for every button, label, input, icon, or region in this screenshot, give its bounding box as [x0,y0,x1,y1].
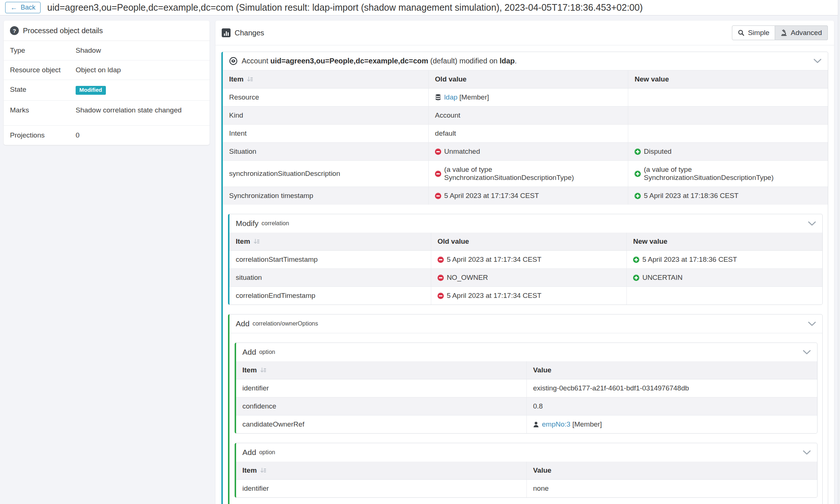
chevron-down-icon[interactable] [808,221,816,226]
page-title: uid=agreen3,ou=People,dc=example,dc=com … [47,2,643,13]
minus-circle-icon [438,293,444,299]
section-subtitle: option [259,349,275,355]
table-row: identifier existing-0ecb6177-a21f-4601-b… [236,379,817,397]
chevron-down-icon[interactable] [803,450,811,455]
table-row: Resource ldap [Member] [223,88,828,107]
account-resource-name: ldap [499,57,515,65]
column-header-value: Value [527,462,817,480]
old-value: Unmatched [444,147,480,156]
simple-mode-label: Simple [748,29,769,37]
advanced-mode-button[interactable]: Advanced [775,25,828,40]
add-option-header: Add option [236,443,817,462]
item-cell: identifier [236,379,527,397]
detail-label: Type [10,46,76,55]
view-mode-toggle: Simple Advanced [732,25,828,40]
value-cell: existing-0ecb6177-a21f-4601-bdf1-0314976… [527,379,817,397]
sort-icon[interactable] [247,76,253,82]
column-header-item: Item [229,233,431,251]
new-value: (a value of type SynchronizationSituatio… [644,166,822,182]
candidate-owner-link[interactable]: empNo:3 [542,420,570,428]
state-modified-badge: Modified [76,86,106,95]
sort-icon[interactable] [260,367,266,373]
table-row: Intent default [223,125,828,143]
database-icon [435,94,441,101]
section-title: Add [242,348,256,357]
changes-panel: Changes Simple [215,21,834,504]
account-change-section: Account uid=agreen3,ou=People,dc=example… [221,52,828,504]
back-button[interactable]: ← Back [5,2,41,13]
changes-title: Changes [235,29,264,37]
detail-label: Projections [10,131,76,139]
detail-row-marks: Marks Shadow correlation state changed [4,101,210,126]
processed-object-details-panel: ? Processed object details Type Shadow R… [4,21,210,145]
section-title: Modify [236,219,259,228]
shadow-eye-icon [229,57,238,65]
account-changes-table: Item Old value New value Resource ldap [… [223,70,828,205]
column-header-value: Value [527,361,817,379]
resource-link[interactable]: ldap [444,93,457,101]
table-row: confidence 0.8 [236,397,817,416]
old-value: 5 April 2023 at 17:17:34 CEST [444,192,539,200]
new-value: 5 April 2023 at 17:18:36 CEST [644,192,739,200]
new-value: UNCERTAIN [642,274,682,282]
back-arrow-icon: ← [10,4,17,11]
section-subtitle: option [259,449,275,456]
add-owner-options-section: Add correlation/ownerOptions Add option [228,314,823,504]
modify-correlation-header: Modify correlation [229,214,822,233]
item-cell: identifier [236,480,527,498]
detail-value: 0 [76,131,80,139]
table-row: synchronizationSituationDescription (a v… [223,161,828,187]
old-value: (a value of type SynchronizationSituatio… [444,166,622,182]
plus-circle-icon [635,149,641,155]
item-cell: candidateOwnerRef [236,416,527,434]
old-value-cell: Account [429,107,628,125]
modify-correlation-section: Modify correlation Item Old value [228,214,823,305]
detail-value: Shadow [76,46,101,55]
table-row: identifier none [236,480,817,498]
table-row: correlationEndTimestamp 5 April 2023 at … [229,287,822,305]
chevron-down-icon[interactable] [808,321,816,326]
column-header-old-value: Old value [429,70,628,88]
value-cell: 0.8 [527,397,817,416]
table-row: candidateOwnerRef empNo:3 [Member] [236,416,817,434]
value-cell: none [527,480,817,498]
detail-row-projections: Projections 0 [4,126,210,145]
scrollbar-track[interactable] [838,0,840,504]
item-cell: correlationStartTimestamp [229,251,431,269]
old-value: NO_OWNER [447,274,488,282]
new-value: Disputed [644,147,671,156]
account-section-header: Account uid=agreen3,ou=People,dc=example… [223,52,828,70]
new-value: 5 April 2023 at 17:18:36 CEST [642,256,737,264]
column-header-old-value: Old value [431,233,626,251]
add-option-section-1: Add option Item [235,343,817,434]
top-bar: ← Back uid=agreen3,ou=People,dc=example,… [0,0,840,15]
detail-label: State [10,86,76,94]
simple-mode-button[interactable]: Simple [732,25,775,40]
item-cell: Synchronization timestamp [223,187,429,205]
item-cell: Intent [223,125,429,143]
item-cell: confidence [236,397,527,416]
user-icon [533,421,539,428]
chevron-down-icon[interactable] [803,350,811,355]
item-cell: Kind [223,107,429,125]
item-cell: situation [229,269,431,287]
column-header-new-value: New value [627,233,822,251]
plus-circle-icon [635,193,641,199]
table-row: Kind Account [223,107,828,125]
sort-icon[interactable] [253,239,260,244]
table-row: Synchronization timestamp 5 April 2023 a… [223,187,828,205]
plus-circle-icon [633,257,639,263]
changes-panel-header: Changes Simple [215,21,834,45]
old-value-cell: default [429,125,628,143]
table-row: correlationStartTimestamp 5 April 2023 a… [229,251,822,269]
section-title: Add [242,448,256,457]
sort-icon[interactable] [260,467,266,473]
item-cell: synchronizationSituationDescription [223,161,429,187]
minus-circle-icon [435,149,441,155]
details-panel-title: Processed object details [23,27,103,35]
column-header-new-value: New value [628,70,828,88]
modify-correlation-table: Item Old value New value correlationStar… [229,233,822,305]
chevron-down-icon[interactable] [813,59,822,63]
add-option-header: Add option [236,343,817,361]
section-subtitle: correlation [262,220,289,227]
